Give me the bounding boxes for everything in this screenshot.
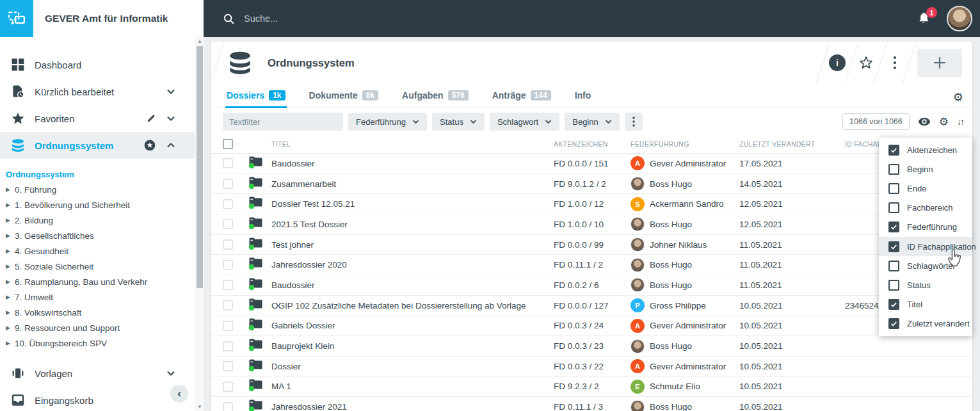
table-row[interactable]: Baudossier FD 0.0.0 / 151 A Gever Admini… [211,154,972,174]
select-all-checkbox[interactable] [223,139,233,149]
favorite-circle-icon[interactable] [143,139,156,152]
row-checkbox[interactable] [223,158,233,168]
dossier-title[interactable]: MA 1 [271,382,554,391]
column-menu-item[interactable]: Fachbereich [879,198,972,218]
row-checkbox[interactable] [223,382,233,392]
expand-arrow-icon[interactable]: ▶ [6,248,15,254]
column-checkbox[interactable] [888,183,899,194]
tab[interactable]: Info [574,90,593,108]
filter-dropdown[interactable]: Federführung [348,113,427,131]
sidebar-item-dashboard[interactable]: Dashboard [0,51,195,78]
table-row[interactable]: Jahresdossier 2020 FD 0.11.1 / 2 Boss Hu… [211,255,972,275]
sidebar-scrollbar[interactable]: ▲ ▼ [195,37,204,411]
table-row[interactable]: Test johner FD 0.0.0 / 99 Johner Niklaus… [211,235,972,255]
tab[interactable]: Dossiers 1k [225,90,287,108]
table-row[interactable]: Dossier Test 12.05.21 FD 1.0.0 / 12 S Ac… [211,194,972,214]
dossier-title[interactable]: Gabriels Dossier [271,321,554,330]
expand-arrow-icon[interactable]: ▶ [6,309,15,316]
table-row[interactable]: Dossier FD 0.0.3 / 22 A Gever Administra… [211,357,972,377]
tree-node[interactable]: ▶ 5. Soziale Sicherheit [6,259,204,274]
table-row[interactable]: Jahresdossier 2021 FD 0.11.1 / 3 Boss Hu… [211,397,972,411]
sidebar-item-vorlagen[interactable]: Vorlagen [0,360,195,387]
expand-arrow-icon[interactable]: ▶ [6,186,15,193]
tree-node[interactable]: ▶ 6. Raumplanung, Bau und Verkehr [6,274,204,289]
column-menu-item[interactable]: Federführung [879,218,972,237]
expand-arrow-icon[interactable]: ▶ [6,278,15,285]
table-row[interactable]: MA 1 FD 9.2.3 / 2 E Schmutz Elio 10.05.2… [211,377,972,398]
tab[interactable]: Anträge 144 [491,90,552,108]
expand-arrow-icon[interactable]: ▶ [6,232,15,239]
expand-arrow-icon[interactable]: ▶ [6,263,15,270]
sidebar-item-ordnungssystem[interactable]: Ordnungssystem [0,132,195,159]
dossier-title[interactable]: Bauprojekt Klein [271,341,554,351]
column-menu-item[interactable]: Ende [879,179,972,198]
chevron-down-icon[interactable] [166,370,175,376]
table-row[interactable]: Gabriels Dossier FD 0.0.3 / 24 A Gever A… [211,316,972,337]
column-menu-item[interactable]: Zuletzt verändert [879,314,972,334]
more-filters-button[interactable] [625,113,643,131]
column-header-federfuehrung[interactable]: FEDERFÜHRUNG [631,140,739,148]
table-row[interactable]: Zusammenarbeit FD 9.0.1.2 / 2 Boss Hugo … [211,174,972,195]
row-checkbox[interactable] [223,341,233,351]
column-menu-item[interactable]: Schlagwörter [879,256,972,275]
column-checkbox[interactable] [888,299,899,310]
dossier-title[interactable]: Zusammenarbeit [271,179,554,189]
column-checkbox[interactable] [888,222,899,232]
column-settings-gear-icon[interactable]: ⚙ [939,117,949,127]
column-checkbox[interactable] [888,145,899,156]
dossier-title[interactable]: Baudossier [271,159,554,168]
column-menu-item[interactable]: Aktenzeichen [879,140,972,159]
row-checkbox[interactable] [223,239,233,250]
scroll-up-icon[interactable]: ▲ [195,38,204,44]
tree-node[interactable]: ▶ 1. Bevölkerung und Sicherheit [6,197,204,213]
dossier-title[interactable]: Dossier [271,362,554,371]
scroll-down-icon[interactable]: ▼ [195,404,204,410]
tree-node[interactable]: ▶ 9. Ressourcen und Support [6,320,204,335]
column-menu-item[interactable]: Titel [879,295,972,314]
column-checkbox[interactable] [888,318,899,329]
tree-node[interactable]: ▶ 2. Bildung [6,213,204,228]
filter-dropdown[interactable]: Status [432,113,485,131]
expand-arrow-icon[interactable]: ▶ [6,340,15,346]
dossier-title[interactable]: Jahresdossier 2020 [271,260,554,270]
text-filter-input[interactable] [223,113,343,131]
row-checkbox[interactable] [223,361,233,371]
chevron-down-icon[interactable] [166,88,175,95]
sidebar-item-favorites[interactable]: Favoriten [0,105,195,132]
column-checkbox[interactable] [888,202,899,213]
dossier-title[interactable]: Dossier Test 12.05.21 [271,199,554,209]
tree-node[interactable]: ▶ 4. Gesundheit [6,243,204,259]
dossier-title[interactable]: Jahresdossier 2021 [271,402,554,411]
column-header-zuletzt-veraendert[interactable]: ZULETZT VERÄNDERT [739,140,845,148]
tree-root-ordnungssystem[interactable]: Ordnungssystem [6,166,204,182]
column-header-titel[interactable]: TITEL [271,140,554,148]
tree-node[interactable]: ▶ 8. Volkswirtschaft [6,305,204,320]
scrollbar-thumb[interactable] [197,46,203,288]
row-checkbox[interactable] [223,280,233,290]
table-settings-gear-icon[interactable]: ⚙ [953,92,963,103]
row-checkbox[interactable] [223,321,233,331]
row-checkbox[interactable] [223,402,233,411]
edit-pencil-icon[interactable] [146,113,156,124]
table-row[interactable]: Bauprojekt Klein FD 0.0.3 / 23 Boss Hugo… [211,336,972,357]
tab[interactable]: Dokumente 8k [308,90,380,108]
expand-arrow-icon[interactable]: ▶ [6,294,15,300]
sidebar-collapse-button[interactable]: ‹ [170,385,188,403]
tree-node[interactable]: ▶ 10. Übungsbereich SPV [6,335,204,351]
filter-dropdown[interactable]: Schlagwort [490,113,559,131]
column-checkbox[interactable] [888,261,899,271]
app-logo[interactable] [0,0,33,37]
row-checkbox[interactable] [223,260,233,270]
tree-node[interactable]: ▶ 0. Führung [6,182,204,197]
dossier-title[interactable]: Test johner [271,240,554,250]
table-row[interactable]: OGIP 102 Zusätzliche Metadaten bei Dossi… [211,296,972,316]
sidebar-item-eingangskorb[interactable]: Eingangskorb [0,387,195,411]
expand-arrow-icon[interactable]: ▶ [6,325,15,331]
column-menu-item[interactable]: Beginn [879,159,972,179]
expand-arrow-icon[interactable]: ▶ [6,217,15,223]
row-checkbox[interactable] [223,300,233,310]
tab[interactable]: Aufgaben 576 [401,90,470,108]
view-button[interactable] [918,117,931,126]
filter-dropdown[interactable]: Beginn [565,113,619,131]
table-row[interactable]: Baudossier FD 0.0.2 / 6 Boss Hugo 11.05.… [211,275,972,296]
